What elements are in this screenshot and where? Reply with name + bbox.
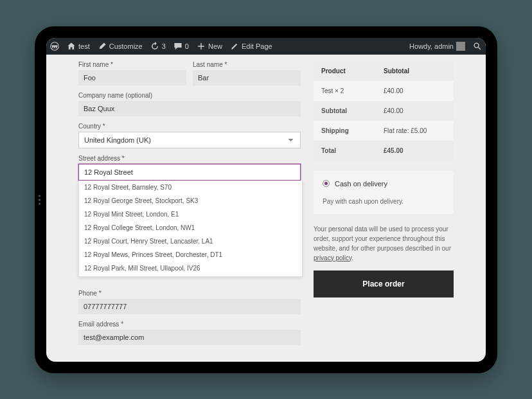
order-head-subtotal: Subtotal xyxy=(384,67,446,75)
suggestion-item[interactable]: 12 Royal Street, Barnsley, S70 xyxy=(79,181,302,194)
search-icon[interactable] xyxy=(473,42,482,51)
country-label: Country * xyxy=(78,123,301,130)
order-item-price: £40.00 xyxy=(384,87,446,94)
screen: test Customize 3 0 New Edit Page Howdy, … xyxy=(46,38,486,362)
updates-link[interactable]: 3 xyxy=(150,42,166,51)
email-label: Email address * xyxy=(78,321,301,328)
payment-method-option[interactable]: Cash on delivery xyxy=(323,180,445,188)
subtotal-label: Subtotal xyxy=(321,107,384,114)
suggestion-item[interactable]: 12 Royal College Street, London, NW1 xyxy=(79,221,302,235)
suggestion-item[interactable]: 12 Royal Mews, Princes Street, Dorcheste… xyxy=(79,248,302,262)
total-label: Total xyxy=(321,147,384,154)
suggestion-item[interactable]: 12 Royal George Street, Stockport, SK3 xyxy=(79,194,302,208)
tablet-frame: test Customize 3 0 New Edit Page Howdy, … xyxy=(35,26,497,373)
payment-box: Cash on delivery Pay with cash upon deli… xyxy=(314,171,454,214)
new-link[interactable]: New xyxy=(197,42,222,51)
customize-link[interactable]: Customize xyxy=(98,42,143,51)
firstname-label: First name * xyxy=(78,61,186,68)
radio-icon xyxy=(323,180,330,187)
suggestion-item[interactable]: 12 Royal Court, Cowburn Street, Hindley,… xyxy=(79,275,302,277)
avatar-icon xyxy=(456,42,465,51)
payment-desc: Pay with cash upon delivery. xyxy=(323,198,445,205)
new-text: New xyxy=(208,42,222,50)
phone-label: Phone * xyxy=(78,290,301,297)
shipping-label: Shipping xyxy=(321,127,384,134)
comments-link[interactable]: 0 xyxy=(173,42,189,51)
suggestion-item[interactable]: 12 Royal Mint Street, London, E1 xyxy=(79,208,302,221)
street-input[interactable] xyxy=(78,164,301,181)
checkout-page: First name * Last name * Company name (o… xyxy=(46,55,486,362)
order-head-product: Product xyxy=(321,67,384,75)
firstname-input[interactable] xyxy=(78,70,186,85)
wp-admin-bar: test Customize 3 0 New Edit Page Howdy, … xyxy=(46,38,486,55)
country-select[interactable]: United Kingdom (UK) xyxy=(78,132,301,148)
company-label: Company name (optional) xyxy=(78,92,301,99)
email-input[interactable] xyxy=(78,330,301,345)
howdy-text: Howdy, admin xyxy=(409,42,454,50)
lastname-input[interactable] xyxy=(193,70,301,85)
edit-page-text: Edit Page xyxy=(242,42,272,50)
site-name-link[interactable]: test xyxy=(67,42,90,51)
phone-input[interactable] xyxy=(78,299,301,314)
updates-count: 3 xyxy=(162,42,166,50)
order-sidebar: Product Subtotal Test × 2 £40.00 Subtota… xyxy=(314,61,454,355)
privacy-policy-link[interactable]: privacy policy xyxy=(314,254,351,262)
privacy-text: Your personal data will be used to proce… xyxy=(314,224,454,263)
address-suggestions: 12 Royal Street, Barnsley, S70 12 Royal … xyxy=(78,181,303,277)
edit-page-link[interactable]: Edit Page xyxy=(230,42,272,51)
shipping-value: Flat rate: £5.00 xyxy=(384,127,446,134)
site-name-text: test xyxy=(78,42,90,50)
billing-form: First name * Last name * Company name (o… xyxy=(78,61,301,355)
order-item-name: Test × 2 xyxy=(321,87,384,94)
street-label: Street address * xyxy=(78,155,301,162)
total-value: £45.00 xyxy=(384,147,446,154)
howdy-link[interactable]: Howdy, admin xyxy=(409,42,465,51)
home-button-dots xyxy=(39,195,40,204)
payment-method-label: Cash on delivery xyxy=(335,180,387,188)
wp-logo-icon[interactable] xyxy=(50,42,59,51)
comments-count: 0 xyxy=(185,42,189,50)
lastname-label: Last name * xyxy=(193,61,301,68)
company-input[interactable] xyxy=(78,101,301,116)
privacy-and-submit: Your personal data will be used to proce… xyxy=(314,224,454,297)
svg-point-1 xyxy=(474,43,479,48)
suggestion-item[interactable]: 12 Royal Park, Mill Street, Ullapool, IV… xyxy=(79,262,302,275)
suggestion-item[interactable]: 12 Royal Court, Henry Street, Lancaster,… xyxy=(79,235,302,248)
customize-text: Customize xyxy=(109,42,143,50)
place-order-button[interactable]: Place order xyxy=(314,270,454,297)
order-summary: Product Subtotal Test × 2 £40.00 Subtota… xyxy=(314,61,454,161)
subtotal-value: £40.00 xyxy=(384,107,446,114)
